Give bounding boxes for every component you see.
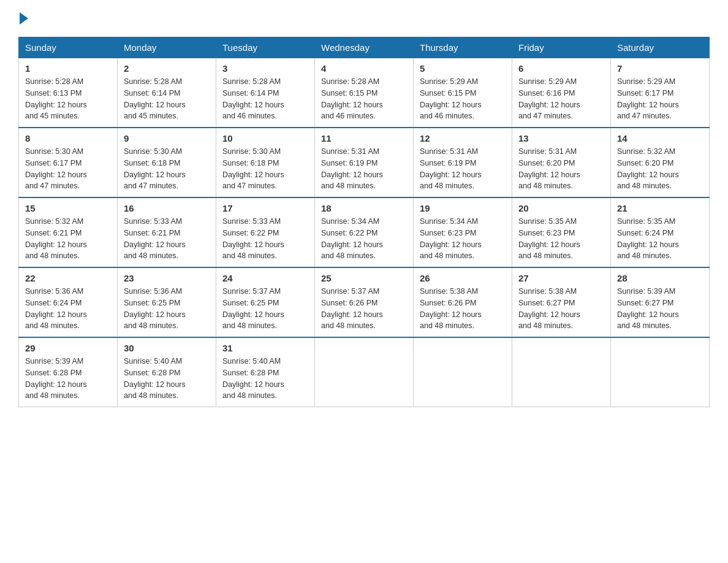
calendar-day-cell: 17 Sunrise: 5:33 AMSunset: 6:22 PMDaylig… [216, 197, 315, 267]
day-number: 7 [617, 63, 703, 74]
calendar-header-row: SundayMondayTuesdayWednesdayThursdayFrid… [19, 37, 710, 58]
day-info: Sunrise: 5:38 AMSunset: 6:26 PMDaylight:… [420, 287, 482, 330]
day-number: 6 [518, 63, 604, 74]
day-number: 8 [25, 133, 111, 144]
day-info: Sunrise: 5:29 AMSunset: 6:15 PMDaylight:… [420, 77, 482, 120]
day-number: 10 [222, 133, 308, 144]
calendar-day-cell: 15 Sunrise: 5:32 AMSunset: 6:21 PMDaylig… [19, 197, 118, 267]
day-number: 16 [124, 203, 210, 213]
logo [18, 12, 29, 25]
day-info: Sunrise: 5:35 AMSunset: 6:23 PMDaylight:… [518, 217, 580, 260]
calendar-day-cell [512, 337, 611, 407]
calendar-day-cell: 16 Sunrise: 5:33 AMSunset: 6:21 PMDaylig… [118, 197, 216, 267]
day-of-week-header: Monday [118, 37, 216, 58]
calendar-day-cell [611, 337, 710, 407]
calendar-table: SundayMondayTuesdayWednesdayThursdayFrid… [18, 37, 710, 407]
calendar-day-cell: 24 Sunrise: 5:37 AMSunset: 6:25 PMDaylig… [216, 267, 315, 337]
day-number: 29 [25, 343, 111, 353]
day-info: Sunrise: 5:31 AMSunset: 6:20 PMDaylight:… [518, 147, 580, 190]
calendar-week-row: 8 Sunrise: 5:30 AMSunset: 6:17 PMDayligh… [19, 128, 710, 197]
calendar-day-cell: 19 Sunrise: 5:34 AMSunset: 6:23 PMDaylig… [414, 197, 512, 267]
calendar-day-cell: 22 Sunrise: 5:36 AMSunset: 6:24 PMDaylig… [19, 267, 118, 337]
day-info: Sunrise: 5:39 AMSunset: 6:28 PMDaylight:… [25, 357, 87, 400]
day-number: 17 [222, 203, 308, 213]
calendar-day-cell: 1 Sunrise: 5:28 AMSunset: 6:13 PMDayligh… [19, 58, 118, 128]
day-info: Sunrise: 5:31 AMSunset: 6:19 PMDaylight:… [420, 147, 482, 190]
calendar-day-cell: 30 Sunrise: 5:40 AMSunset: 6:28 PMDaylig… [118, 337, 216, 407]
day-number: 24 [222, 273, 308, 283]
calendar-day-cell: 31 Sunrise: 5:40 AMSunset: 6:28 PMDaylig… [216, 337, 315, 407]
day-info: Sunrise: 5:40 AMSunset: 6:28 PMDaylight:… [222, 357, 284, 400]
day-number: 1 [25, 63, 111, 74]
day-number: 20 [518, 203, 604, 213]
day-number: 13 [518, 133, 604, 144]
day-info: Sunrise: 5:33 AMSunset: 6:21 PMDaylight:… [124, 217, 186, 260]
day-info: Sunrise: 5:30 AMSunset: 6:18 PMDaylight:… [124, 147, 186, 190]
day-info: Sunrise: 5:30 AMSunset: 6:18 PMDaylight:… [222, 147, 284, 190]
day-number: 27 [518, 273, 604, 283]
day-number: 3 [222, 63, 308, 74]
calendar-day-cell: 28 Sunrise: 5:39 AMSunset: 6:27 PMDaylig… [611, 267, 710, 337]
day-number: 2 [124, 63, 210, 74]
calendar-day-cell [315, 337, 414, 407]
day-info: Sunrise: 5:34 AMSunset: 6:23 PMDaylight:… [420, 217, 482, 260]
calendar-day-cell: 5 Sunrise: 5:29 AMSunset: 6:15 PMDayligh… [414, 58, 512, 128]
calendar-week-row: 15 Sunrise: 5:32 AMSunset: 6:21 PMDaylig… [19, 197, 710, 267]
day-of-week-header: Friday [512, 37, 611, 58]
calendar-day-cell: 4 Sunrise: 5:28 AMSunset: 6:15 PMDayligh… [315, 58, 414, 128]
day-number: 31 [222, 343, 308, 353]
calendar-day-cell: 6 Sunrise: 5:29 AMSunset: 6:16 PMDayligh… [512, 58, 611, 128]
day-info: Sunrise: 5:33 AMSunset: 6:22 PMDaylight:… [222, 217, 284, 260]
day-info: Sunrise: 5:29 AMSunset: 6:16 PMDaylight:… [518, 77, 580, 120]
calendar-week-row: 22 Sunrise: 5:36 AMSunset: 6:24 PMDaylig… [19, 267, 710, 337]
day-info: Sunrise: 5:30 AMSunset: 6:17 PMDaylight:… [25, 147, 87, 190]
day-of-week-header: Saturday [611, 37, 710, 58]
calendar-day-cell: 29 Sunrise: 5:39 AMSunset: 6:28 PMDaylig… [19, 337, 118, 407]
calendar-day-cell: 25 Sunrise: 5:37 AMSunset: 6:26 PMDaylig… [315, 267, 414, 337]
calendar-day-cell: 7 Sunrise: 5:29 AMSunset: 6:17 PMDayligh… [611, 58, 710, 128]
day-info: Sunrise: 5:28 AMSunset: 6:14 PMDaylight:… [222, 77, 284, 120]
day-info: Sunrise: 5:36 AMSunset: 6:25 PMDaylight:… [124, 287, 186, 330]
calendar-day-cell: 21 Sunrise: 5:35 AMSunset: 6:24 PMDaylig… [611, 197, 710, 267]
day-number: 25 [321, 273, 407, 283]
day-info: Sunrise: 5:29 AMSunset: 6:17 PMDaylight:… [617, 77, 679, 120]
day-info: Sunrise: 5:37 AMSunset: 6:26 PMDaylight:… [321, 287, 383, 330]
calendar-week-row: 1 Sunrise: 5:28 AMSunset: 6:13 PMDayligh… [19, 58, 710, 128]
calendar-day-cell: 26 Sunrise: 5:38 AMSunset: 6:26 PMDaylig… [414, 267, 512, 337]
calendar-day-cell: 10 Sunrise: 5:30 AMSunset: 6:18 PMDaylig… [216, 128, 315, 197]
day-info: Sunrise: 5:39 AMSunset: 6:27 PMDaylight:… [617, 287, 679, 330]
calendar-week-row: 29 Sunrise: 5:39 AMSunset: 6:28 PMDaylig… [19, 337, 710, 407]
day-number: 12 [420, 133, 506, 144]
day-number: 28 [617, 273, 703, 283]
day-number: 5 [420, 63, 506, 74]
day-number: 22 [25, 273, 111, 283]
calendar-day-cell: 11 Sunrise: 5:31 AMSunset: 6:19 PMDaylig… [315, 128, 414, 197]
calendar-day-cell [414, 337, 512, 407]
day-number: 18 [321, 203, 407, 213]
day-info: Sunrise: 5:40 AMSunset: 6:28 PMDaylight:… [124, 357, 186, 400]
day-of-week-header: Thursday [414, 37, 512, 58]
day-number: 21 [617, 203, 703, 213]
calendar-day-cell: 27 Sunrise: 5:38 AMSunset: 6:27 PMDaylig… [512, 267, 611, 337]
calendar-day-cell: 23 Sunrise: 5:36 AMSunset: 6:25 PMDaylig… [118, 267, 216, 337]
calendar-day-cell: 9 Sunrise: 5:30 AMSunset: 6:18 PMDayligh… [118, 128, 216, 197]
calendar-day-cell: 3 Sunrise: 5:28 AMSunset: 6:14 PMDayligh… [216, 58, 315, 128]
day-number: 14 [617, 133, 703, 144]
day-info: Sunrise: 5:35 AMSunset: 6:24 PMDaylight:… [617, 217, 679, 260]
day-info: Sunrise: 5:31 AMSunset: 6:19 PMDaylight:… [321, 147, 383, 190]
day-info: Sunrise: 5:36 AMSunset: 6:24 PMDaylight:… [25, 287, 87, 330]
day-info: Sunrise: 5:32 AMSunset: 6:21 PMDaylight:… [25, 217, 87, 260]
calendar-day-cell: 8 Sunrise: 5:30 AMSunset: 6:17 PMDayligh… [19, 128, 118, 197]
calendar-day-cell: 18 Sunrise: 5:34 AMSunset: 6:22 PMDaylig… [315, 197, 414, 267]
page-header [18, 12, 710, 25]
day-number: 4 [321, 63, 407, 74]
day-info: Sunrise: 5:28 AMSunset: 6:14 PMDaylight:… [124, 77, 186, 120]
day-info: Sunrise: 5:32 AMSunset: 6:20 PMDaylight:… [617, 147, 679, 190]
day-number: 23 [124, 273, 210, 283]
calendar-day-cell: 14 Sunrise: 5:32 AMSunset: 6:20 PMDaylig… [611, 128, 710, 197]
calendar-day-cell: 13 Sunrise: 5:31 AMSunset: 6:20 PMDaylig… [512, 128, 611, 197]
day-info: Sunrise: 5:37 AMSunset: 6:25 PMDaylight:… [222, 287, 284, 330]
day-info: Sunrise: 5:28 AMSunset: 6:13 PMDaylight:… [25, 77, 87, 120]
day-info: Sunrise: 5:38 AMSunset: 6:27 PMDaylight:… [518, 287, 580, 330]
calendar-day-cell: 12 Sunrise: 5:31 AMSunset: 6:19 PMDaylig… [414, 128, 512, 197]
